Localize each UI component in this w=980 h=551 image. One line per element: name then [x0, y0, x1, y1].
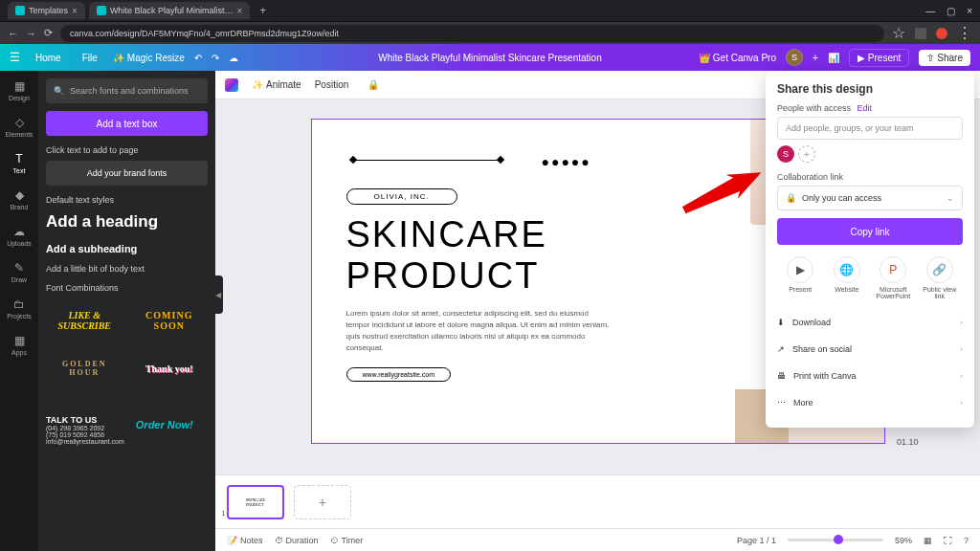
- color-picker-icon[interactable]: [225, 78, 238, 92]
- add-page-button[interactable]: +: [294, 485, 351, 519]
- page-number-badge: 01.10: [897, 437, 919, 447]
- timer-label: Timer: [342, 536, 364, 545]
- combo-like-subscribe[interactable]: LIKE & SUBSCRIBE: [46, 300, 123, 341]
- thumb-number: 1: [221, 509, 225, 518]
- star-icon[interactable]: ☆: [892, 24, 905, 42]
- browser-tab-bar: Templates × White Black Playful Minimali…: [0, 0, 980, 21]
- browser-tab-design[interactable]: White Black Playful Minimalist… ×: [89, 2, 250, 19]
- rail-design[interactable]: ▦Design: [0, 77, 38, 103]
- url-chip[interactable]: www.reallygreatsite.com: [346, 367, 451, 382]
- row-label: Share on social: [792, 344, 852, 354]
- file-button[interactable]: File: [77, 51, 103, 65]
- duration-button[interactable]: ⏱Duration: [275, 536, 319, 545]
- share-powerpoint[interactable]: PMicrosoft PowerPoint: [871, 256, 915, 299]
- lock-icon[interactable]: 🔒: [368, 79, 379, 90]
- add-heading-button[interactable]: Add a heading: [46, 212, 208, 231]
- share-public-link[interactable]: 🔗Public view link: [918, 256, 962, 299]
- rail-brand[interactable]: ◆Brand: [0, 186, 38, 212]
- url-input[interactable]: canva.com/design/DAF5MYmqFno/4_omrDRBPms…: [60, 25, 884, 42]
- close-icon[interactable]: ×: [236, 6, 242, 16]
- rail-label: Uploads: [7, 240, 32, 247]
- add-body-text-button[interactable]: Add a little bit of body text: [46, 264, 208, 274]
- get-pro-button[interactable]: 👑Get Canva Pro: [699, 53, 776, 63]
- zoom-slider[interactable]: [788, 539, 883, 541]
- maximize-icon[interactable]: ▢: [947, 6, 955, 16]
- rail-projects[interactable]: 🗀Projects: [0, 295, 38, 321]
- reload-icon[interactable]: ⟳: [44, 27, 53, 39]
- combo-order-now[interactable]: Order Now!: [136, 419, 193, 430]
- copy-link-button[interactable]: Copy link: [777, 218, 963, 245]
- row-label: Download: [792, 318, 831, 327]
- rail-text[interactable]: TText: [0, 149, 38, 176]
- menu-icon[interactable]: ☰: [10, 51, 20, 64]
- combo-thank-you[interactable]: Thank you!: [131, 348, 209, 388]
- more-row[interactable]: ⋯More›: [777, 389, 963, 416]
- edit-access-link[interactable]: Edit: [858, 103, 873, 113]
- url-text: canva.com/design/DAF5MYmqFno/4_omrDRBPms…: [70, 29, 339, 38]
- document-title[interactable]: White Black Playful Minimalist Skincare …: [378, 53, 601, 63]
- profile-icon[interactable]: [936, 28, 947, 39]
- add-member-button[interactable]: +: [798, 145, 815, 163]
- chevron-right-icon: ›: [960, 371, 963, 381]
- share-social-row[interactable]: ↗Share on social›: [777, 336, 963, 363]
- talk-title: TALK TO US: [46, 415, 124, 425]
- print-row[interactable]: 🖶Print with Canva›: [777, 363, 963, 389]
- collapse-panel-button[interactable]: ◀: [213, 276, 223, 314]
- help-icon[interactable]: ?: [964, 536, 969, 545]
- share-present[interactable]: ▶Present: [778, 256, 822, 299]
- search-input[interactable]: 🔍 Search fonts and combinations: [46, 78, 208, 103]
- add-member-icon[interactable]: +: [813, 53, 818, 63]
- animate-button[interactable]: ✨Animate: [252, 79, 301, 90]
- present-button[interactable]: ▶Present: [849, 49, 909, 67]
- menu-icon[interactable]: ⋮: [957, 24, 972, 42]
- access-level-select[interactable]: 🔒 Only you can access ⌄: [777, 186, 963, 210]
- redo-icon[interactable]: ↷: [212, 53, 219, 63]
- home-button[interactable]: Home: [30, 51, 67, 65]
- add-people-input[interactable]: Add people, groups, or your team: [777, 117, 963, 140]
- combo-talk-to-us[interactable]: TALK TO US (04) 298 3985 2092 (75) 019 5…: [46, 415, 124, 445]
- analytics-icon[interactable]: 📊: [828, 53, 839, 63]
- download-icon: ⬇: [777, 318, 785, 327]
- fullscreen-icon[interactable]: ⛶: [944, 536, 952, 545]
- magic-resize-button[interactable]: ✨Magic Resize: [113, 53, 185, 63]
- rail-label: Design: [9, 95, 30, 101]
- share-button[interactable]: ⇧Share: [919, 50, 970, 66]
- close-icon[interactable]: ×: [72, 6, 78, 16]
- close-window-icon[interactable]: ×: [967, 6, 972, 16]
- minimize-icon[interactable]: —: [925, 6, 935, 16]
- timer-button[interactable]: ⏲Timer: [330, 536, 364, 545]
- add-subheading-button[interactable]: Add a subheading: [46, 243, 208, 254]
- present-label: Present: [868, 53, 901, 63]
- new-tab-button[interactable]: +: [254, 4, 272, 17]
- zoom-thumb[interactable]: [834, 535, 843, 544]
- add-text-box-button[interactable]: Add a text box: [46, 111, 208, 136]
- body-text[interactable]: Lorem ipsum dolor sit amet, consectetur …: [346, 308, 614, 354]
- user-avatar[interactable]: S: [786, 49, 803, 66]
- favicon-icon: [15, 6, 25, 15]
- rail-apps[interactable]: ▦Apps: [0, 331, 38, 358]
- add-brand-fonts-button[interactable]: Add your brand fonts: [46, 161, 208, 186]
- grid-view-icon[interactable]: ▦: [924, 536, 932, 545]
- member-avatar[interactable]: S: [777, 145, 794, 163]
- browser-tab-templates[interactable]: Templates ×: [8, 2, 85, 19]
- forward-icon[interactable]: →: [26, 28, 36, 39]
- search-icon: 🔍: [54, 86, 64, 96]
- page-thumbnail[interactable]: 1 SKINCAREPRODUCT: [227, 485, 284, 519]
- chevron-right-icon: ›: [960, 398, 963, 408]
- back-icon[interactable]: ←: [8, 28, 18, 39]
- rail-uploads[interactable]: ☁Uploads: [0, 222, 38, 249]
- decor-dots: ●●●●●: [542, 154, 591, 169]
- rail-elements[interactable]: ◇Elements: [0, 113, 38, 140]
- undo-icon[interactable]: ↶: [194, 53, 202, 63]
- position-button[interactable]: Position: [315, 79, 349, 90]
- zoom-value[interactable]: 59%: [895, 536, 912, 545]
- sg-label: Website: [835, 286, 858, 293]
- share-website[interactable]: 🌐Website: [825, 256, 869, 299]
- extension-icon[interactable]: [915, 28, 926, 39]
- combo-coming-soon[interactable]: COMING SOON: [131, 300, 209, 341]
- notes-button[interactable]: 📝Notes: [227, 536, 263, 545]
- download-row[interactable]: ⬇Download›: [777, 309, 963, 336]
- brand-chip[interactable]: OLIVIA, INC.: [346, 188, 457, 205]
- rail-draw[interactable]: ✎Draw: [0, 258, 38, 285]
- combo-golden-hour[interactable]: GOLDEN HOUR: [46, 348, 123, 388]
